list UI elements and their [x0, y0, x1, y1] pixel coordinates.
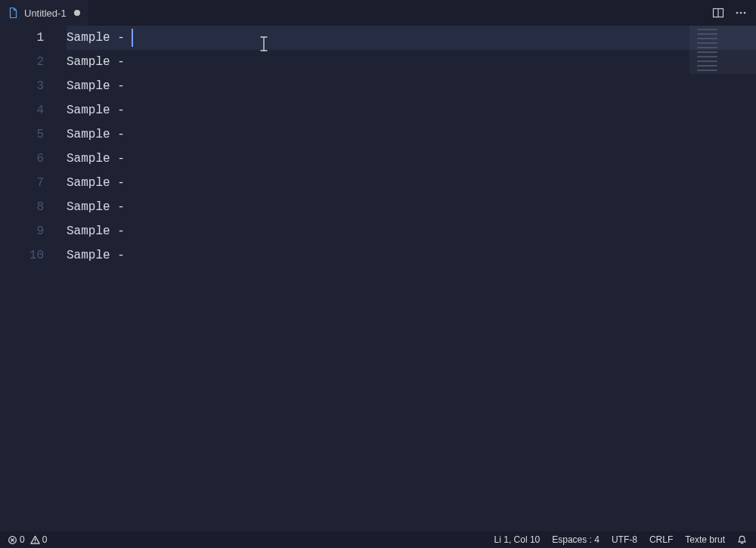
minimap-line [697, 65, 717, 67]
code-line[interactable]: Sample - [67, 171, 756, 195]
line-number: 3 [0, 74, 44, 98]
code-text: Sample - [67, 171, 132, 195]
cursor-position-label: Li 1, Col 10 [494, 534, 541, 545]
code-line[interactable]: Sample - [67, 195, 756, 219]
minimap-line [697, 70, 717, 71]
code-line[interactable]: Sample - [67, 26, 756, 50]
line-number: 4 [0, 98, 44, 122]
minimap-line [697, 29, 717, 30]
svg-point-7 [34, 541, 35, 542]
bell-icon [737, 535, 747, 545]
tabs-container: Untitled-1 [0, 0, 88, 26]
file-icon [8, 7, 20, 19]
dirty-indicator-icon [74, 10, 80, 16]
line-number: 8 [0, 195, 44, 219]
status-bar: 0 0 Li 1, Col 10 Espaces : 4 UTF-8 CRLF … [0, 531, 756, 548]
code-line[interactable]: Sample - [67, 50, 756, 74]
code-text: Sample - [67, 219, 132, 243]
eol-label: CRLF [649, 534, 673, 545]
line-number: 6 [0, 147, 44, 171]
code-text: Sample - [67, 147, 132, 171]
code-line[interactable]: Sample - [67, 98, 756, 122]
code-content[interactable]: Sample - Sample - Sample - Sample - Samp… [54, 26, 756, 531]
minimap-line [697, 60, 717, 62]
tab-label: Untitled-1 [24, 8, 67, 19]
code-text: Sample - [67, 243, 132, 268]
code-text: Sample - [67, 26, 132, 50]
line-number: 1 [0, 26, 44, 50]
minimap-line [697, 33, 717, 35]
line-number: 7 [0, 171, 44, 195]
encoding-label: UTF-8 [612, 534, 637, 545]
status-notifications-button[interactable] [734, 531, 750, 548]
line-number: 10 [0, 243, 44, 268]
split-editor-button[interactable] [708, 2, 729, 23]
status-indentation[interactable]: Espaces : 4 [549, 531, 603, 548]
code-text: Sample - [67, 195, 132, 219]
more-actions-button[interactable] [730, 2, 751, 23]
code-line[interactable]: Sample - [67, 74, 756, 98]
status-eol[interactable]: CRLF [646, 531, 676, 548]
minimap-line [697, 51, 717, 53]
code-text: Sample - [67, 74, 132, 98]
tab-actions [708, 0, 756, 26]
code-text: Sample - [67, 98, 132, 122]
svg-point-3 [740, 12, 742, 14]
svg-point-4 [744, 12, 746, 14]
code-text: Sample - [67, 50, 132, 74]
code-line[interactable]: Sample - [67, 147, 756, 171]
line-number: 5 [0, 122, 44, 147]
line-number-gutter: 12345678910 [0, 26, 54, 531]
minimap-line [697, 56, 717, 57]
error-icon [8, 535, 17, 545]
language-label: Texte brut [685, 534, 725, 545]
editor-area[interactable]: 12345678910 Sample - Sample - Sample - S… [0, 26, 756, 531]
status-cursor-position[interactable]: Li 1, Col 10 [491, 531, 544, 548]
code-line[interactable]: Sample - [67, 243, 756, 268]
tab-untitled-1[interactable]: Untitled-1 [0, 0, 88, 26]
warning-count: 0 [42, 534, 48, 545]
minimap-lines [697, 29, 751, 74]
indentation-label: Espaces : 4 [552, 534, 600, 545]
code-line[interactable]: Sample - [67, 219, 756, 243]
error-count: 0 [20, 534, 25, 545]
warning-icon [30, 535, 40, 545]
minimap-line [697, 47, 717, 48]
minimap-line [697, 42, 717, 44]
minimap-line [697, 38, 717, 39]
status-problems[interactable]: 0 0 [5, 531, 50, 548]
minimap[interactable] [689, 26, 756, 531]
line-number: 2 [0, 50, 44, 74]
tab-bar: Untitled-1 [0, 0, 756, 26]
code-text: Sample - [67, 122, 132, 147]
status-encoding[interactable]: UTF-8 [609, 531, 640, 548]
status-language-mode[interactable]: Texte brut [682, 531, 728, 548]
code-line[interactable]: Sample - [67, 122, 756, 147]
caret [132, 29, 133, 47]
line-number: 9 [0, 219, 44, 243]
svg-point-2 [736, 12, 739, 14]
